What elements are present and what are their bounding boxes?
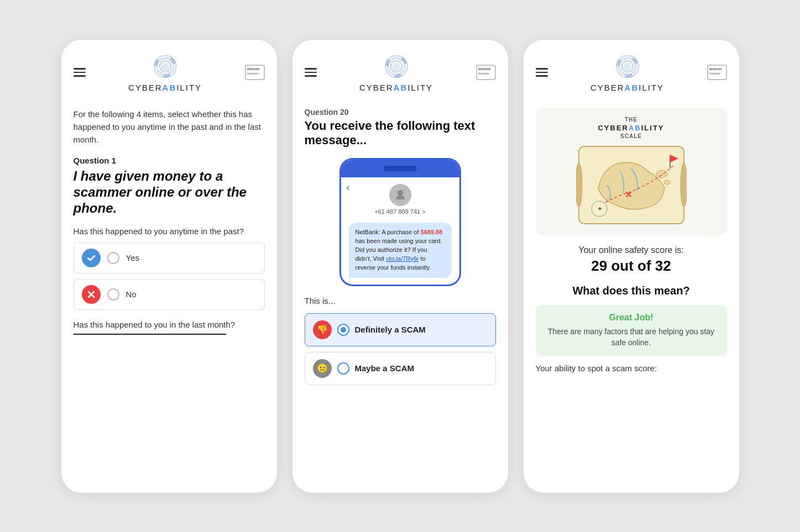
phone-screen-2: CYBERABILITY MONASH University Question …	[292, 40, 508, 493]
map-subtitle: SCALE	[620, 133, 642, 139]
contact-avatar	[389, 184, 411, 206]
map-title-the: THE	[625, 117, 637, 123]
monash-logo-2: MONASH University	[476, 65, 496, 80]
definitely-scam-radio[interactable]	[337, 324, 349, 336]
yes-option[interactable]: Yes	[74, 243, 265, 273]
logo-text-1: CYBERABILITY	[128, 83, 202, 92]
svg-point-24	[681, 163, 687, 207]
svg-point-14	[398, 190, 403, 196]
app-header-2: CYBERABILITY MONASH University	[292, 40, 508, 97]
definitely-scam-label: Definitely a SCAM	[355, 325, 426, 334]
sms-message-bubble: NetBank: A purchase of $689.88 has been …	[349, 223, 452, 278]
app-header-3: CYBERABILITY MONASH University	[524, 40, 739, 97]
question-text-20: You receive the following text message..…	[305, 119, 496, 149]
app-header-1: CYBERABILITY MONASH University	[61, 40, 277, 97]
result-great-job: Great Job!	[545, 313, 718, 323]
maybe-scam-radio[interactable]	[337, 362, 349, 375]
svg-point-18	[624, 64, 631, 73]
question-label-20: Question 20	[305, 108, 496, 117]
this-is-label: This is...	[305, 296, 496, 305]
hamburger-menu-2[interactable]	[305, 68, 317, 77]
check-blue-icon	[82, 249, 101, 267]
logo-text-2: CYBERABILITY	[359, 83, 433, 92]
question-label-1: Question 1	[74, 156, 265, 165]
logo-2: CYBERABILITY	[359, 53, 433, 92]
svg-text:MONASH: MONASH	[478, 67, 491, 71]
sub-question-2: Has this happened to you in the last mon…	[74, 320, 265, 329]
no-label: No	[126, 289, 137, 299]
svg-point-26	[664, 180, 671, 185]
monash-logo-1: MONASH University	[245, 65, 265, 80]
sub-question-1: Has this happened to you anytime in the …	[74, 227, 265, 236]
logo-3: CYBERABILITY	[590, 53, 664, 92]
what-does-this-mean: What does this mean?	[536, 285, 727, 297]
map-title: CYBERABILITY	[598, 124, 664, 132]
maybe-scam-option[interactable]: 😐 Maybe a SCAM	[305, 352, 496, 385]
treasure-map-svg: ✕ ✦	[576, 144, 687, 227]
phone-notch	[384, 166, 417, 171]
svg-text:MONASH: MONASH	[709, 67, 722, 71]
maybe-scam-label: Maybe a SCAM	[355, 364, 415, 373]
thumbdown-red-icon: 👎	[313, 320, 332, 339]
x-red-icon	[82, 285, 101, 304]
sms-phone-mockup: ‹ +61 487 809 741 > NetBank: A purchase …	[339, 158, 461, 286]
svg-text:MONASH: MONASH	[247, 67, 260, 71]
svg-text:University: University	[478, 72, 490, 75]
back-arrow-icon[interactable]: ‹	[347, 182, 350, 193]
yes-label: Yes	[126, 253, 139, 262]
maybe-gray-icon: 😐	[313, 359, 332, 378]
underline-divider	[74, 334, 227, 335]
svg-text:✕: ✕	[625, 190, 632, 199]
no-radio-circle[interactable]	[107, 288, 119, 301]
svg-text:University: University	[247, 72, 259, 75]
svg-point-3	[161, 64, 169, 73]
definitely-scam-option[interactable]: 👎 Definitely a SCAM	[305, 313, 496, 346]
lifebuoy-icon-3	[613, 53, 642, 82]
phone-screen-1: CYBERABILITY MONASH University For the f…	[61, 40, 277, 493]
svg-text:University: University	[709, 72, 721, 75]
hamburger-menu-3[interactable]	[536, 68, 548, 77]
lifebuoy-icon-1	[151, 53, 180, 82]
ability-score-label: Your ability to spot a scam score:	[536, 364, 727, 373]
contact-number: +61 487 809 741 >	[374, 208, 425, 215]
monash-logo-3: MONASH University	[707, 65, 727, 80]
svg-text:✦: ✦	[597, 205, 603, 213]
svg-point-23	[576, 163, 582, 207]
score-value: 29 out of 32	[536, 257, 727, 275]
treasure-map-container: THE CYBERABILITY SCALE	[536, 108, 727, 235]
logo-1: CYBERABILITY	[128, 53, 202, 92]
yes-radio-circle[interactable]	[107, 252, 119, 264]
svg-point-25	[656, 170, 667, 178]
score-label: Your online safety score is:	[536, 245, 727, 255]
screen3-content: THE CYBERABILITY SCALE	[524, 97, 739, 493]
result-box: Great Job! There are many factors that a…	[536, 305, 727, 356]
svg-point-10	[393, 64, 400, 73]
question-text-1: I have given money to a scammer online o…	[74, 168, 265, 216]
no-option[interactable]: No	[74, 279, 265, 310]
phone-mock-top-bar	[341, 160, 459, 177]
intro-text: For the following 4 items, select whethe…	[74, 108, 265, 146]
logo-text-3: CYBERABILITY	[590, 83, 664, 92]
lifebuoy-icon-2	[382, 53, 411, 82]
hamburger-menu-1[interactable]	[74, 68, 86, 77]
contact-info: +61 487 809 741 >	[341, 177, 459, 223]
result-description: There are many factors that are helping …	[545, 326, 718, 349]
phone-screen-3: CYBERABILITY MONASH University THE CYBER…	[524, 40, 739, 493]
screen2-content: Question 20 You receive the following te…	[292, 97, 508, 493]
screen1-content: For the following 4 items, select whethe…	[61, 97, 277, 493]
